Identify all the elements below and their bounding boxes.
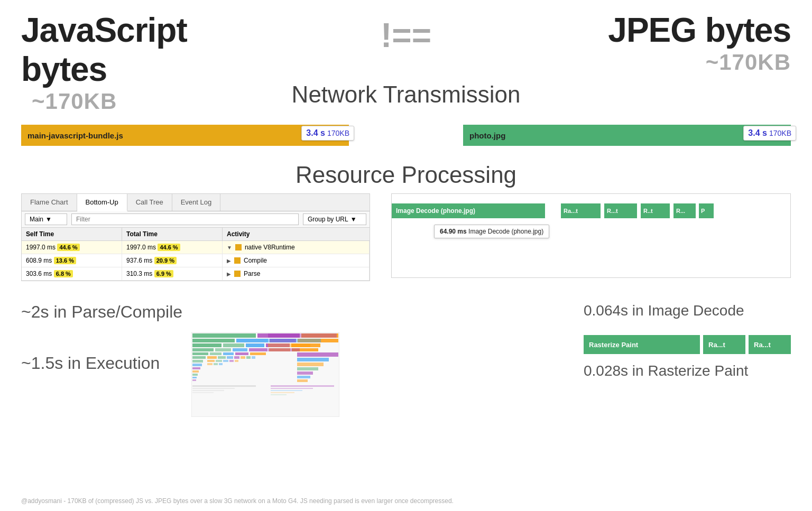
svg-rect-28 bbox=[297, 352, 338, 357]
rasterize-bar-2: Ra...t bbox=[749, 335, 791, 354]
expand-icon-2[interactable]: ▶ bbox=[227, 271, 231, 277]
svg-rect-57 bbox=[219, 363, 223, 365]
main-dropdown-label: Main bbox=[30, 216, 43, 223]
cell-total-0: 1997.0 ms 44.6 % bbox=[122, 241, 223, 254]
cell-self-2: 303.6 ms 6.8 % bbox=[22, 267, 122, 280]
svg-rect-38 bbox=[192, 367, 200, 369]
svg-rect-61 bbox=[192, 392, 214, 393]
activity-label-0: native V8Runtime bbox=[245, 244, 295, 251]
svg-rect-30 bbox=[297, 363, 324, 366]
filter-input[interactable] bbox=[71, 213, 299, 225]
self-pct-1: 13.6 % bbox=[54, 257, 76, 264]
svg-rect-9 bbox=[223, 343, 244, 347]
cell-activity-0: ▼ native V8Runtime bbox=[223, 241, 370, 254]
js-title: JavaScript bytes bbox=[21, 11, 243, 89]
rasterize-bars: Rasterize Paint Ra...t Ra...t bbox=[584, 335, 791, 354]
svg-rect-24 bbox=[268, 333, 337, 338]
svg-rect-14 bbox=[215, 348, 231, 351]
svg-rect-25 bbox=[268, 339, 321, 342]
jpeg-bar-time: 3.4 s bbox=[748, 128, 767, 138]
tab-event-log[interactable]: Event Log bbox=[172, 194, 221, 211]
svg-rect-31 bbox=[297, 367, 318, 370]
svg-rect-15 bbox=[233, 348, 247, 351]
jpeg-size: ~170KB bbox=[695, 50, 791, 75]
svg-rect-62 bbox=[271, 385, 334, 387]
tab-bottom-up[interactable]: Bottom-Up bbox=[77, 194, 127, 211]
self-pct-2: 6.8 % bbox=[54, 270, 73, 277]
flame-bar-image-decode: Image Decode (phone.jpg) bbox=[392, 203, 545, 218]
svg-rect-42 bbox=[192, 379, 196, 381]
svg-rect-34 bbox=[297, 379, 308, 382]
rasterize-bar-1: Ra...t bbox=[703, 335, 745, 354]
devtools-toolbar: Main ▼ Group by URL ▼ bbox=[22, 211, 370, 228]
jpeg-network-bar: photo.jpg bbox=[463, 125, 791, 146]
cell-total-2: 310.3 ms 6.9 % bbox=[122, 267, 223, 280]
flame-tooltip: 64.90 ms Image Decode (phone.jpg) bbox=[434, 225, 549, 238]
table-row[interactable]: 303.6 ms 6.8 % 310.3 ms 6.9 % ▶ Parse bbox=[22, 267, 370, 281]
flame-bar-r2: R..t bbox=[641, 203, 670, 218]
col-header-activity: Activity bbox=[223, 228, 370, 240]
resource-title-container: Resource Processing bbox=[0, 162, 812, 188]
table-row[interactable]: 1997.0 ms 44.6 % 1997.0 ms 44.6 % ▼ nati… bbox=[22, 241, 370, 254]
js-bar-tooltip: 3.4 s 170KB bbox=[301, 126, 354, 141]
col-header-total-time: Total Time bbox=[122, 228, 223, 240]
self-ms-0: 1997.0 ms bbox=[26, 244, 56, 251]
devtools-header: Self Time Total Time Activity bbox=[22, 228, 370, 241]
flame-right-panel: Image Decode (phone.jpg) Ra...t R...t R.… bbox=[391, 193, 791, 281]
svg-rect-1 bbox=[192, 333, 256, 338]
svg-rect-52 bbox=[223, 360, 228, 362]
flame-bar-rat: Ra...t bbox=[561, 203, 601, 218]
svg-rect-65 bbox=[271, 392, 294, 393]
self-pct-0: 44.6 % bbox=[57, 244, 79, 251]
svg-rect-20 bbox=[210, 352, 222, 355]
svg-rect-60 bbox=[192, 390, 224, 391]
svg-rect-53 bbox=[229, 360, 234, 362]
svg-rect-43 bbox=[207, 356, 217, 359]
self-ms-1: 608.9 ms bbox=[26, 257, 52, 264]
svg-rect-36 bbox=[192, 360, 203, 363]
group-by-arrow: ▼ bbox=[350, 216, 357, 223]
main-dropdown[interactable]: Main ▼ bbox=[25, 213, 67, 225]
devtools-tabs: Flame Chart Bottom-Up Call Tree Event Lo… bbox=[22, 194, 370, 211]
not-equal-sign: !== bbox=[381, 16, 431, 55]
tab-call-tree[interactable]: Call Tree bbox=[127, 194, 172, 211]
js-size: ~170KB bbox=[21, 89, 117, 114]
activity-color-icon-2 bbox=[234, 271, 241, 277]
left-bottom: ~2s in Parse/Compile ~1.5s in Execution bbox=[21, 292, 339, 417]
js-bar-label: main-javascript-bundle.js bbox=[27, 131, 123, 140]
svg-rect-45 bbox=[227, 356, 233, 359]
execution-row: ~1.5s in Execution bbox=[21, 332, 339, 417]
js-bytes-left: JavaScript bytes ~170KB bbox=[21, 11, 243, 114]
svg-rect-8 bbox=[192, 343, 222, 347]
total-ms-0: 1997.0 ms bbox=[126, 244, 156, 251]
svg-rect-55 bbox=[207, 363, 213, 365]
execution-label: ~1.5s in Execution bbox=[21, 354, 160, 373]
svg-rect-16 bbox=[249, 348, 267, 351]
svg-rect-32 bbox=[297, 371, 313, 375]
group-by-dropdown[interactable]: Group by URL ▼ bbox=[303, 213, 366, 225]
bottom-section: ~2s in Parse/Compile ~1.5s in Execution bbox=[0, 281, 812, 417]
expand-icon-1[interactable]: ▶ bbox=[227, 258, 231, 264]
svg-rect-4 bbox=[192, 339, 235, 342]
svg-rect-29 bbox=[297, 358, 329, 361]
cell-activity-2: ▶ Parse bbox=[223, 267, 370, 280]
cell-self-0: 1997.0 ms 44.6 % bbox=[22, 241, 122, 254]
tab-flame-chart[interactable]: Flame Chart bbox=[22, 194, 77, 211]
svg-rect-26 bbox=[268, 343, 310, 347]
expand-icon-0[interactable]: ▼ bbox=[227, 245, 232, 250]
rasterize-bar-main: Rasterize Paint bbox=[584, 335, 700, 354]
devtools-section: Flame Chart Bottom-Up Call Tree Event Lo… bbox=[0, 193, 812, 281]
js-bar-time: 3.4 s bbox=[306, 128, 325, 138]
jpeg-bar-label: photo.jpg bbox=[469, 131, 505, 140]
svg-rect-33 bbox=[297, 376, 310, 378]
cell-activity-1: ▶ Compile bbox=[223, 254, 370, 267]
table-row[interactable]: 608.9 ms 13.6 % 937.6 ms 20.9 % ▶ Compil… bbox=[22, 254, 370, 267]
main-dropdown-arrow: ▼ bbox=[45, 216, 52, 223]
total-ms-1: 937.6 ms bbox=[126, 257, 152, 264]
svg-rect-58 bbox=[192, 385, 256, 387]
svg-rect-13 bbox=[192, 348, 214, 351]
network-title: Network Transmission bbox=[271, 81, 542, 108]
svg-rect-44 bbox=[218, 356, 226, 359]
resource-title: Resource Processing bbox=[296, 162, 516, 188]
jpeg-bytes-right: JPEG bytes ~170KB bbox=[569, 11, 791, 75]
